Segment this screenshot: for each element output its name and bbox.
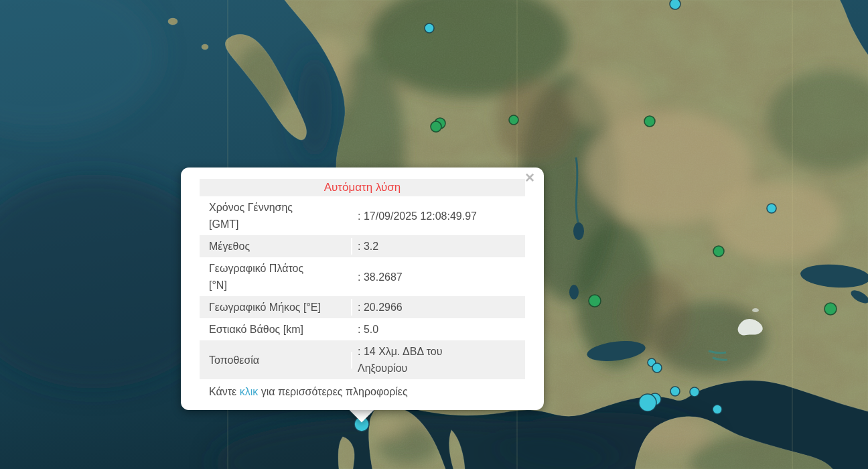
row-label: Γεωγραφικό Πλάτος [°N]: [200, 260, 352, 293]
popup-rows: Χρόνος Γέννησης [GMT] : 17/09/2025 12:08…: [200, 196, 525, 379]
row-value: : 17/09/2025 12:08:49.97: [352, 208, 525, 224]
close-icon[interactable]: ×: [525, 170, 534, 186]
row-label: Μέγεθος: [200, 238, 352, 255]
row-label: Εστιακό Βάθος [km]: [200, 321, 352, 338]
row-value: : 5.0: [352, 321, 525, 338]
earthquake-marker-cyan[interactable]: [670, 0, 680, 9]
earthquake-marker-green[interactable]: [644, 116, 655, 127]
earthquake-marker-cyan[interactable]: [425, 23, 434, 33]
footer-suffix: για περισσότερες πληροφορίες: [258, 386, 408, 397]
popup-table-row: Γεωγραφικό Πλάτος [°N] : 38.2687: [200, 257, 525, 296]
popup-table-row: Τοποθεσία : 14 Χλμ. ΔΒΔ του Ληξουρίου: [200, 340, 525, 379]
popup-table-row: Μέγεθος : 3.2: [200, 235, 525, 257]
earthquake-marker-green[interactable]: [589, 295, 601, 307]
earthquake-marker-green[interactable]: [824, 303, 837, 315]
earthquake-marker-cyan[interactable]: [639, 394, 656, 411]
more-info-link[interactable]: κλικ: [240, 386, 259, 397]
seismic-map-app: × Αυτόματη λύση Χρόνος Γέννησης [GMT] : …: [0, 0, 868, 469]
earthquake-marker-cyan[interactable]: [652, 363, 662, 373]
earthquake-marker-cyan[interactable]: [690, 387, 699, 397]
footer-prefix: Κάντε: [209, 386, 240, 397]
popup-table-row: Γεωγραφικό Μήκος [°E] : 20.2966: [200, 296, 525, 318]
popup-footer: Κάντε κλικ για περισσότερες πληροφορίες: [200, 383, 525, 400]
row-label: Χρόνος Γέννησης [GMT]: [200, 199, 352, 232]
earthquake-marker-green[interactable]: [509, 115, 518, 125]
row-value: : 3.2: [352, 238, 525, 255]
earthquake-popup: × Αυτόματη λύση Χρόνος Γέννησης [GMT] : …: [181, 168, 544, 410]
earthquake-marker-cyan[interactable]: [713, 405, 722, 414]
earthquake-marker-green[interactable]: [713, 246, 724, 257]
row-value: : 14 Χλμ. ΔΒΔ του Ληξουρίου: [352, 343, 525, 377]
earthquake-marker-cyan[interactable]: [670, 387, 680, 396]
popup-table-row: Εστιακό Βάθος [km] : 5.0: [200, 318, 525, 340]
earthquake-marker-green[interactable]: [431, 121, 441, 132]
popup-table: Αυτόματη λύση Χρόνος Γέννησης [GMT] : 17…: [200, 179, 525, 400]
row-value: : 38.2687: [352, 269, 525, 285]
popup-table-row: Χρόνος Γέννησης [GMT] : 17/09/2025 12:08…: [200, 196, 525, 235]
earthquake-marker-cyan[interactable]: [767, 204, 776, 213]
row-label: Τοποθεσία: [200, 352, 352, 368]
row-label: Γεωγραφικό Μήκος [°E]: [200, 299, 352, 316]
row-value: : 20.2966: [352, 299, 525, 316]
popup-title: Αυτόματη λύση: [200, 179, 525, 196]
